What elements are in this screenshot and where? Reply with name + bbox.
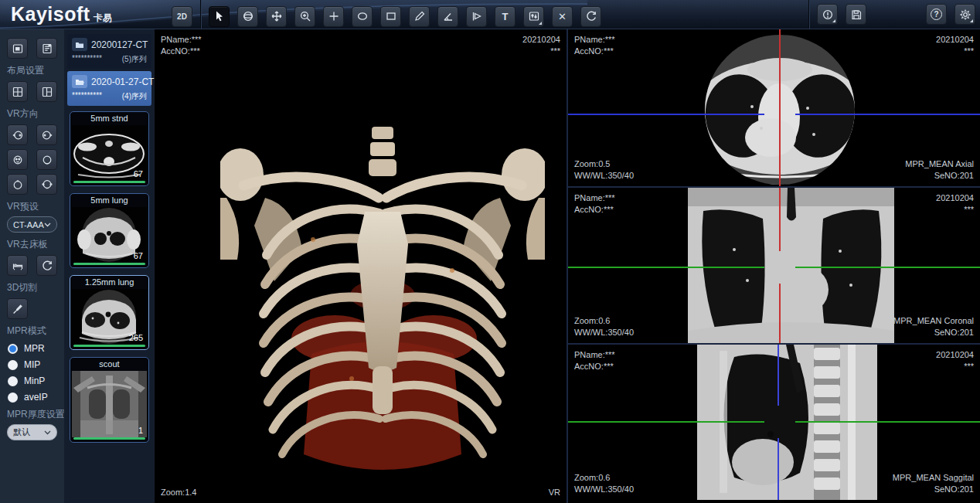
crosshair-horizontal-blue[interactable] xyxy=(568,114,764,115)
vr-direction-posterior-button[interactable] xyxy=(36,149,57,170)
vr-direction-anterior-button[interactable] xyxy=(7,149,28,170)
mpr-axial-viewport[interactable]: PName:*** AccNO:*** 20210204 *** Zoom:0.… xyxy=(568,29,980,188)
vr-direction-row1 xyxy=(7,124,57,145)
crosshair-vertical-red[interactable] xyxy=(779,29,781,186)
text-tool-button[interactable]: T xyxy=(495,6,516,27)
angle-tool-button[interactable] xyxy=(437,6,458,27)
thumbnail-5mm-stnd[interactable]: 5mm stnd 67 xyxy=(70,111,149,186)
scalpel-cut-button[interactable] xyxy=(7,298,28,319)
ellipse-tool-button[interactable] xyxy=(352,6,373,27)
vr-overlay-top-left: PName:*** AccNO:*** xyxy=(161,34,202,57)
cursor-tool-button[interactable] xyxy=(209,6,230,27)
vr-preset-select[interactable]: CT-AAA xyxy=(7,216,57,233)
view-type-label: MPR_MEAN Axial xyxy=(905,158,974,170)
study-date: 20210204 xyxy=(936,192,974,204)
layout-buttons-row1 xyxy=(7,38,57,59)
patient-name: PName:*** xyxy=(161,34,202,46)
gear-icon xyxy=(959,8,971,21)
crosshair-horizontal-green[interactable] xyxy=(795,267,980,268)
mpr-sagittal-viewport[interactable]: PName:*** AccNO:*** 20210204 *** Zoom:0.… xyxy=(568,345,980,500)
thumbnail-scout[interactable]: scout 1 xyxy=(70,357,149,443)
masked-value: *** xyxy=(936,204,974,216)
thumbnail-progress-bar xyxy=(73,263,145,265)
report-page-icon xyxy=(41,42,53,55)
zoom-factor: Zoom:0.6 xyxy=(574,315,634,327)
rectangle-tool-button[interactable] xyxy=(380,6,401,27)
remove-bed-button[interactable] xyxy=(7,255,28,276)
series-masked-id: ********** xyxy=(72,91,102,102)
vr-direction-row2 xyxy=(7,149,57,170)
thumbnail-image-count: 1 xyxy=(138,426,143,435)
mpr-mode-option-minp[interactable]: MinP xyxy=(8,376,56,386)
head-right-icon xyxy=(41,129,53,141)
angle-icon xyxy=(442,10,454,22)
vr-direction-inferior-button[interactable] xyxy=(36,174,57,195)
series-number: SeNO:201 xyxy=(893,484,974,495)
tool-group-right: ? xyxy=(926,4,975,25)
mpr-overlay-bottom-left: Zoom:0.5 WW/WL:350/40 xyxy=(574,158,634,182)
crosshair-vertical-blue[interactable] xyxy=(778,438,779,500)
mpr-mode-option-aveip[interactable]: aveIP xyxy=(8,392,56,403)
crosshair-tool-button[interactable] xyxy=(323,6,344,27)
crosshair-horizontal-blue[interactable] xyxy=(795,114,980,115)
head-back-icon xyxy=(41,154,53,166)
help-button[interactable]: ? xyxy=(926,4,947,25)
series-count: (4)序列 xyxy=(122,91,147,102)
mpr-mode-option-mpr[interactable]: MPR xyxy=(8,343,56,354)
crosshair-vertical-red[interactable] xyxy=(779,188,781,251)
polygon-tool-button[interactable] xyxy=(466,6,487,27)
vr-bed-removal-label: VR去床板 xyxy=(7,238,57,251)
pan-tool-button[interactable] xyxy=(266,6,287,27)
settings-button[interactable] xyxy=(954,4,975,25)
2d-view-button[interactable]: 2D xyxy=(172,6,192,27)
report-info-button[interactable] xyxy=(817,4,838,25)
view-type-label: MPR_MEAN Saggital xyxy=(893,472,974,484)
bed-reset-button[interactable] xyxy=(36,255,57,276)
vr-overlay-top-right: 20210204 *** xyxy=(522,34,560,57)
split-layout-icon xyxy=(41,86,53,98)
layout-report-button[interactable] xyxy=(36,38,57,59)
vr-direction-right-button[interactable] xyxy=(36,124,57,145)
vr-viewport[interactable]: PName:*** AccNO:*** 20210204 *** Zoom:1.… xyxy=(155,29,567,503)
layout-settings-label: 布局设置 xyxy=(7,64,57,77)
pencil-tool-button[interactable] xyxy=(409,6,430,27)
mpr-mode-option-mip[interactable]: MIP xyxy=(8,359,56,370)
flag-arrow-icon xyxy=(471,10,483,22)
crosshair-horizontal-green[interactable] xyxy=(568,267,764,268)
left-sidebar: 布局设置 VR方向 xyxy=(0,29,64,503)
vr-direction-superior-button[interactable] xyxy=(7,174,28,195)
layout-single-button[interactable] xyxy=(7,38,28,59)
crosshair-horizontal-green[interactable] xyxy=(568,421,764,423)
zoom-tool-button[interactable] xyxy=(294,6,315,27)
mpr-overlay-top-right: 20210204 *** xyxy=(936,349,974,372)
series-card-2[interactable]: 2020-01-27-CT ********** (4)序列 xyxy=(67,71,151,106)
layout-split-button[interactable] xyxy=(36,81,57,102)
rotate-3d-tool-button[interactable] xyxy=(237,6,258,27)
thumbnail-5mm-lung[interactable]: 5mm lung 67 xyxy=(70,193,149,268)
crosshair-horizontal-green[interactable] xyxy=(795,421,980,423)
thumbnail-image-count: 67 xyxy=(134,169,143,178)
view-type-label: VR xyxy=(549,487,560,498)
crosshair-vertical-blue[interactable] xyxy=(778,345,779,406)
series-masked-id: ********** xyxy=(72,54,102,65)
delete-annotation-button[interactable]: ✕ xyxy=(552,6,573,27)
radio-selected-icon xyxy=(8,344,18,354)
mpr-thickness-select[interactable]: 默认 xyxy=(7,424,57,440)
layout-grid-2x2-button[interactable] xyxy=(7,81,28,102)
cursor-icon xyxy=(213,10,226,22)
series-card-1[interactable]: 20200127-CT ********** (5)序列 xyxy=(67,34,151,69)
crosshair-vertical-red[interactable] xyxy=(779,284,781,343)
window-preset-button[interactable] xyxy=(523,6,544,27)
thumbnail-image-scout xyxy=(72,371,147,437)
save-button[interactable] xyxy=(846,4,866,25)
reset-view-button[interactable] xyxy=(580,6,601,27)
vr-direction-left-button[interactable] xyxy=(7,124,28,145)
vr-overlay-bottom-right: VR xyxy=(549,487,560,498)
thumbnail-image-count: 67 xyxy=(134,251,143,260)
thumbnail-1-25mm-lung[interactable]: 1.25mm lung 265 xyxy=(70,275,149,350)
thumbnail-progress-bar xyxy=(73,437,145,440)
mpr-mode-option-label: MPR xyxy=(24,343,45,354)
mpr-coronal-viewport[interactable]: PName:*** AccNO:*** 20210204 *** Zoom:0.… xyxy=(568,188,980,345)
window-level: WW/WL:350/40 xyxy=(574,327,634,338)
mpr-overlay-bottom-left: Zoom:0.6 WW/WL:350/40 xyxy=(574,472,634,495)
